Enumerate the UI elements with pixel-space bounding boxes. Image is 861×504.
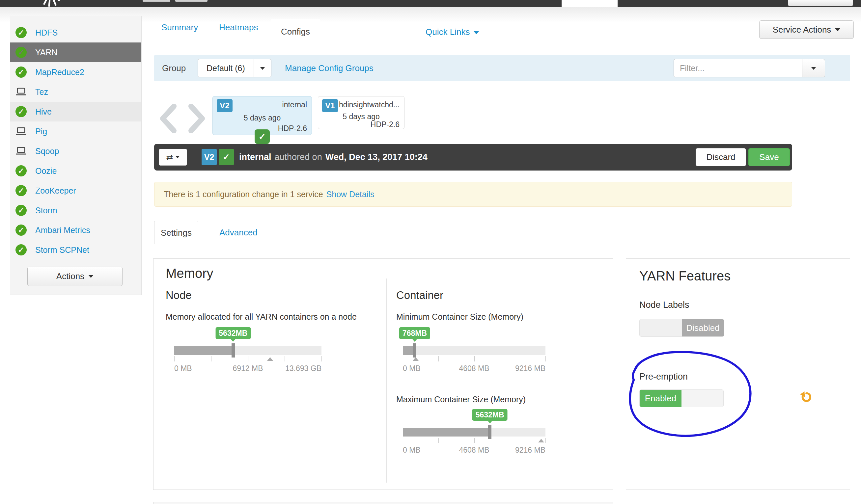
slider-value: 5632MB [219, 329, 247, 338]
sidebar-item-label: Storm [35, 206, 57, 215]
slider-track[interactable] [403, 346, 545, 355]
undo-icon[interactable] [800, 390, 812, 403]
slider-value: 5632MB [476, 410, 504, 419]
version-card-v2[interactable]: V2 internal 5 days ago HDP-2.6 ✓ [213, 96, 312, 135]
health-ok-icon: ✓ [15, 244, 27, 255]
sidebar-item-tez[interactable]: Tez [10, 82, 141, 102]
max-container-slider: 5632MB 0 MB 4608 MB 9216 MB [403, 423, 545, 460]
slider-track[interactable] [174, 346, 322, 355]
sidebar-item-ambari-metrics[interactable]: ✓ Ambari Metrics [10, 220, 141, 240]
version-author: hdinsightwatchd... [339, 100, 399, 109]
sidebar-item-label: ZooKeeper [35, 186, 76, 196]
slider-tick [474, 438, 475, 443]
sidebar-item-oozie[interactable]: ✓ Oozie [10, 161, 141, 181]
sidebar-item-storm[interactable]: ✓ Storm [10, 200, 141, 220]
topbar-active-nav-tab[interactable] [562, 0, 618, 7]
slider-track[interactable] [403, 428, 545, 436]
group-dropdown-caret[interactable] [254, 59, 271, 77]
filter-dropdown-button[interactable] [802, 59, 825, 78]
sidebar-item-yarn[interactable]: ✓ YARN [10, 42, 141, 62]
sidebar-item-label: Sqoop [35, 146, 59, 156]
group-select-dropdown[interactable]: Default (6) [197, 59, 271, 78]
preemption-toggle[interactable]: Enabled [639, 390, 724, 407]
health-ok-icon: ✓ [15, 67, 27, 78]
filter-input[interactable] [673, 59, 802, 78]
recommended-value-marker [413, 357, 419, 361]
show-details-link[interactable]: Show Details [326, 190, 374, 199]
tab-settings-label: Settings [161, 228, 192, 238]
slider-tick [322, 356, 322, 362]
tab-configs-active[interactable]: Configs [271, 19, 320, 44]
service-actions-button[interactable]: Service Actions [759, 20, 854, 39]
slider-tick [403, 356, 403, 362]
sidebar-item-hdfs[interactable]: ✓ HDFS [10, 23, 141, 42]
column-divider [386, 279, 387, 482]
topbar-partial-button-1[interactable] [142, 0, 170, 2]
version-nav-next-icon[interactable] [184, 104, 207, 133]
features-panel-title: YARN Features [639, 269, 730, 283]
discard-button[interactable]: Discard [696, 148, 746, 166]
config-group-bar: Group Default (6) Manage Config Groups [154, 55, 850, 81]
sidebar-item-sqoop[interactable]: Sqoop [10, 141, 141, 161]
sidebar-item-label: Pig [35, 127, 47, 136]
slider-handle[interactable] [413, 344, 416, 358]
sidebar-item-zookeeper[interactable]: ✓ ZooKeeper [10, 181, 141, 200]
manage-config-groups-link[interactable]: Manage Config Groups [285, 63, 373, 73]
slider-value: 768MB [402, 329, 427, 338]
client-only-icon [15, 145, 27, 157]
actions-dropdown-button[interactable]: Actions [27, 267, 123, 286]
slider-handle[interactable] [488, 425, 491, 439]
service-actions-label: Service Actions [773, 25, 831, 35]
tick-label: 9216 MB [515, 364, 545, 373]
memory-panel-title: Memory [166, 266, 213, 281]
sidebar-item-label: MapReduce2 [35, 68, 84, 77]
sidebar-item-storm-scpnet[interactable]: ✓ Storm SCPNet [10, 240, 141, 260]
sidebar-item-label: Ambari Metrics [35, 225, 90, 235]
slider-value-badge: 5632MB [215, 327, 251, 339]
slider-tick [285, 356, 285, 362]
chevron-down-icon [176, 156, 179, 158]
sidebar-item-hive[interactable]: ✓ Hive [10, 102, 141, 122]
slider-handle[interactable] [232, 344, 235, 358]
compare-versions-dropdown[interactable]: ⇄ [159, 149, 187, 166]
alert-text: There is 1 configuration change in 1 ser… [164, 190, 323, 199]
node-labels-label: Node Labels [639, 300, 689, 310]
version-stack: HDP-2.6 [371, 120, 399, 129]
tab-advanced[interactable]: Advanced [219, 227, 258, 238]
slider-tick [510, 356, 510, 362]
topbar-partial-button-2[interactable] [175, 0, 207, 2]
sidebar-item-label: Tez [35, 87, 48, 97]
version-nav-prev-icon[interactable] [158, 104, 180, 133]
tab-settings-active[interactable]: Settings [154, 221, 198, 244]
version-card-v1[interactable]: V1 hdinsightwatchd... 5 days ago HDP-2.6 [318, 96, 405, 129]
shuffle-icon: ⇄ [166, 152, 173, 162]
container-section-title: Container [396, 289, 443, 302]
node-section-title: Node [166, 289, 192, 302]
group-label: Group [162, 55, 186, 81]
tick-label: 4608 MB [459, 446, 489, 454]
current-version-bar: ⇄ V2 ✓ internal authored on Wed, Dec 13,… [154, 144, 792, 170]
sidebar-item-pig[interactable]: Pig [10, 122, 141, 141]
sidebar-item-label: HDFS [35, 28, 58, 38]
tab-summary[interactable]: Summary [161, 23, 198, 32]
toggle-off-segment [640, 319, 682, 336]
topbar-right-button[interactable] [788, 0, 853, 6]
current-version-check-icon: ✓ [255, 129, 270, 144]
version-age: 5 days ago [213, 114, 312, 123]
node-labels-toggle[interactable]: Disabled [639, 319, 724, 337]
sidebar-item-mapreduce2[interactable]: ✓ MapReduce2 [10, 62, 141, 82]
tick-label: 4608 MB [459, 364, 489, 373]
actions-label: Actions [56, 271, 84, 281]
config-change-alert: There is 1 configuration change in 1 ser… [154, 182, 792, 207]
tab-configs-label: Configs [281, 27, 310, 37]
recommended-value-marker [267, 357, 273, 361]
tick-label: 0 MB [403, 446, 421, 454]
tick-label: 0 MB [174, 364, 192, 373]
slider-fill [403, 428, 490, 436]
slider-fill [174, 346, 233, 355]
save-button[interactable]: Save [748, 148, 790, 166]
chevron-down-icon [88, 275, 94, 278]
quick-links-dropdown[interactable]: Quick Links [426, 27, 479, 37]
max-container-label: Maximum Container Size (Memory) [396, 395, 526, 404]
tab-heatmaps[interactable]: Heatmaps [219, 23, 258, 32]
